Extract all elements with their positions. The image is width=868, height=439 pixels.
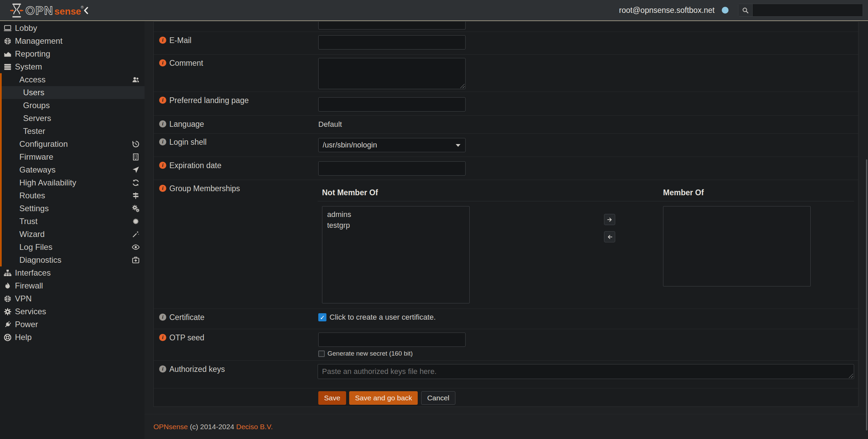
sidebar-item-label: High Availability (19, 178, 76, 187)
sidebar-item-wizard[interactable]: Wizard (0, 228, 145, 241)
field-label: Comment (169, 59, 203, 68)
main-content: E-Mail Comment Preferred landing page La… (145, 21, 868, 439)
sidebar-item-interfaces[interactable]: Interfaces (0, 266, 145, 279)
info-icon[interactable] (159, 138, 166, 145)
authorized-keys-textarea[interactable] (318, 364, 854, 379)
form-row-otp-seed: OTP seed Generate new secret (160 bit) (154, 329, 858, 361)
sidebar-item-label: Diagnostics (19, 255, 61, 265)
otp-seed-input[interactable] (318, 333, 466, 347)
sidebar-item-management[interactable]: Management (0, 35, 145, 47)
info-icon[interactable] (159, 185, 166, 192)
sidebar-item-help[interactable]: Help (0, 331, 145, 344)
list-option[interactable]: admins (322, 209, 469, 220)
sidebar-item-services[interactable]: Services (0, 305, 145, 318)
comment-textarea[interactable] (318, 58, 466, 89)
sidebar-item-access[interactable]: Access (0, 73, 145, 86)
field-label: Preferred landing page (169, 96, 249, 105)
form-row-language: Language Default (154, 116, 858, 134)
sidebar-item-vpn[interactable]: VPN (0, 292, 145, 305)
generate-secret-label: Generate new secret (160 bit) (327, 350, 413, 357)
sidebar-item-label: Trust (19, 217, 38, 226)
form-row-scrolled-partial (154, 22, 858, 32)
info-icon[interactable] (159, 120, 166, 127)
plug-icon (3, 320, 12, 329)
landing-page-input[interactable] (318, 97, 466, 112)
save-button[interactable]: Save (318, 391, 346, 405)
expiration-date-input[interactable] (318, 161, 466, 176)
sidebar-item-label: Lobby (15, 23, 37, 33)
location-arrow-icon (132, 166, 140, 174)
sidebar-item-log-files[interactable]: Log Files (0, 241, 145, 254)
info-icon[interactable] (159, 365, 166, 373)
sidebar-item-groups[interactable]: Groups (0, 99, 145, 112)
sidebar-item-label: Groups (23, 101, 50, 110)
sidebar-item-lobby[interactable]: Lobby (0, 22, 145, 35)
sidebar-item-reporting[interactable]: Reporting (0, 47, 145, 60)
member-of-listbox[interactable] (663, 206, 811, 286)
users-icon (132, 76, 140, 84)
globe-icon (3, 37, 12, 45)
info-icon[interactable] (159, 97, 166, 104)
sidebar-item-label: Access (19, 75, 45, 84)
sidebar-item-power[interactable]: Power (0, 318, 145, 331)
sidebar-item-system[interactable]: System (0, 60, 145, 73)
sidebar-item-label: Wizard (19, 230, 45, 239)
generate-secret-checkbox[interactable] (318, 351, 325, 357)
brand-opn-text: OPN (25, 4, 54, 17)
sidebar-item-gateways[interactable]: Gateways (0, 163, 145, 176)
sidebar-item-label: VPN (15, 294, 32, 303)
create-certificate-checkbox[interactable] (318, 313, 326, 321)
opnsense-logo[interactable]: OPN sense ® (8, 3, 90, 18)
save-and-go-back-button[interactable]: Save and go back (349, 391, 418, 405)
sidebar-item-diagnostics[interactable]: Diagnostics (0, 254, 145, 266)
sidebar-item-label: Configuration (19, 139, 68, 149)
sidebar-item-trust[interactable]: Trust (0, 215, 145, 228)
sidebar-item-firewall[interactable]: Firewall (0, 279, 145, 292)
info-icon[interactable] (159, 59, 166, 66)
field-label: Login shell (169, 138, 207, 147)
partial-input[interactable] (318, 22, 466, 29)
search-icon (738, 4, 753, 16)
sidebar-item-label: Help (15, 333, 32, 342)
sidebar-item-configuration[interactable]: Configuration (0, 138, 145, 151)
list-option[interactable]: testgrp (322, 220, 469, 231)
search-input[interactable] (753, 4, 863, 16)
form-row-actions: Save Save and go back Cancel (154, 388, 858, 407)
area-chart-icon (3, 50, 12, 58)
info-icon[interactable] (159, 314, 166, 321)
field-label: Expiration date (169, 161, 221, 170)
status-dot[interactable] (722, 7, 729, 14)
sidebar-item-label: Servers (23, 114, 51, 123)
email-input[interactable] (318, 35, 466, 49)
add-to-group-button[interactable] (604, 214, 615, 225)
not-member-of-listbox[interactable]: admins testgrp (322, 206, 470, 303)
sidebar-item-label: Management (15, 36, 62, 46)
deciso-footer-link[interactable]: Deciso B.V. (236, 423, 273, 431)
info-icon[interactable] (159, 334, 166, 341)
refresh-icon (132, 179, 140, 187)
sidebar-item-users[interactable]: Users (0, 86, 145, 99)
sidebar-item-label: Firewall (15, 281, 43, 291)
certificate-icon (132, 217, 140, 225)
cog-icon (3, 307, 12, 316)
sidebar-item-settings[interactable]: Settings (0, 202, 145, 215)
cancel-button[interactable]: Cancel (421, 391, 455, 405)
arrow-left-icon (607, 234, 613, 240)
sidebar-item-label: Reporting (15, 49, 50, 59)
sidebar-item-servers[interactable]: Servers (0, 112, 145, 125)
sidebar-item-routes[interactable]: Routes (0, 189, 145, 202)
remove-from-group-button[interactable] (604, 231, 615, 242)
user-edit-form-panel: E-Mail Comment Preferred landing page La… (153, 21, 858, 407)
field-label: E-Mail (169, 36, 191, 45)
sidebar-item-label: Interfaces (15, 268, 51, 278)
opnsense-footer-link[interactable]: OPNsense (153, 423, 188, 431)
sidebar-item-firmware[interactable]: Firmware (0, 151, 145, 163)
info-icon[interactable] (159, 37, 166, 44)
scrollbar-thumb[interactable] (866, 159, 867, 431)
top-navbar: OPN sense ® root@opnsense.softbox.net (0, 0, 868, 21)
sidebar-item-high-availability[interactable]: High Availability (0, 176, 145, 189)
sidebar-item-tester[interactable]: Tester (0, 125, 145, 138)
collapse-sidebar-icon[interactable] (82, 6, 91, 15)
info-icon[interactable] (159, 162, 166, 169)
login-shell-select[interactable]: /usr/sbin/nologin (318, 138, 466, 152)
